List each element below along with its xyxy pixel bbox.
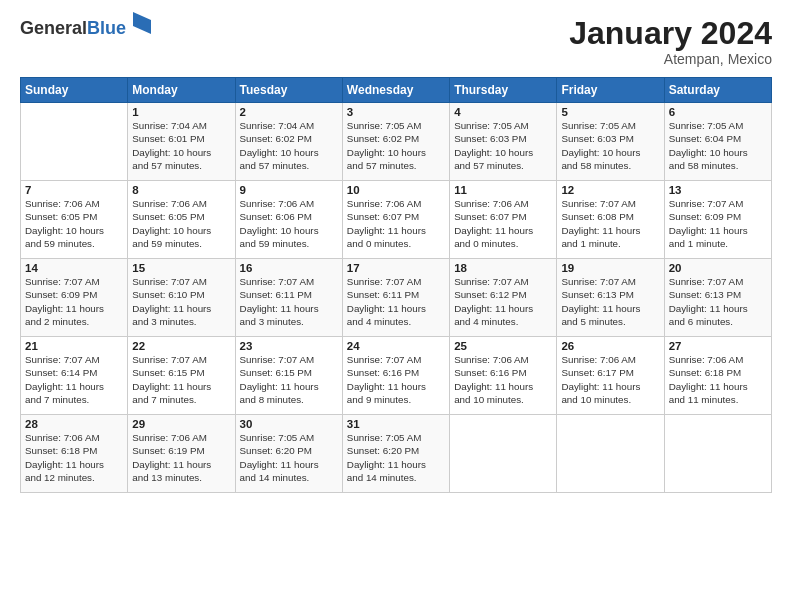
- day-info: Sunrise: 7:05 AMSunset: 6:03 PMDaylight:…: [454, 119, 552, 172]
- week-row-5: 28Sunrise: 7:06 AMSunset: 6:18 PMDayligh…: [21, 415, 772, 493]
- day-number: 21: [25, 340, 123, 352]
- day-info: Sunrise: 7:07 AMSunset: 6:13 PMDaylight:…: [561, 275, 659, 328]
- day-number: 2: [240, 106, 338, 118]
- logo: GeneralBlue: [20, 16, 151, 39]
- day-number: 3: [347, 106, 445, 118]
- day-number: 31: [347, 418, 445, 430]
- day-number: 13: [669, 184, 767, 196]
- day-info: Sunrise: 7:06 AMSunset: 6:07 PMDaylight:…: [454, 197, 552, 250]
- calendar-cell: 18Sunrise: 7:07 AMSunset: 6:12 PMDayligh…: [450, 259, 557, 337]
- day-info: Sunrise: 7:07 AMSunset: 6:13 PMDaylight:…: [669, 275, 767, 328]
- day-info: Sunrise: 7:07 AMSunset: 6:11 PMDaylight:…: [240, 275, 338, 328]
- svg-marker-0: [133, 12, 151, 34]
- weekday-saturday: Saturday: [664, 78, 771, 103]
- day-number: 23: [240, 340, 338, 352]
- calendar-cell: 7Sunrise: 7:06 AMSunset: 6:05 PMDaylight…: [21, 181, 128, 259]
- day-info: Sunrise: 7:04 AMSunset: 6:02 PMDaylight:…: [240, 119, 338, 172]
- calendar-cell: 26Sunrise: 7:06 AMSunset: 6:17 PMDayligh…: [557, 337, 664, 415]
- calendar-cell: 13Sunrise: 7:07 AMSunset: 6:09 PMDayligh…: [664, 181, 771, 259]
- day-number: 19: [561, 262, 659, 274]
- day-number: 20: [669, 262, 767, 274]
- calendar-cell: 31Sunrise: 7:05 AMSunset: 6:20 PMDayligh…: [342, 415, 449, 493]
- week-row-2: 7Sunrise: 7:06 AMSunset: 6:05 PMDaylight…: [21, 181, 772, 259]
- day-info: Sunrise: 7:07 AMSunset: 6:15 PMDaylight:…: [240, 353, 338, 406]
- day-number: 17: [347, 262, 445, 274]
- page: GeneralBlue January 2024 Atempan, Mexico…: [0, 0, 792, 612]
- day-number: 5: [561, 106, 659, 118]
- calendar-cell: 12Sunrise: 7:07 AMSunset: 6:08 PMDayligh…: [557, 181, 664, 259]
- day-number: 15: [132, 262, 230, 274]
- day-number: 29: [132, 418, 230, 430]
- calendar-cell: 3Sunrise: 7:05 AMSunset: 6:02 PMDaylight…: [342, 103, 449, 181]
- week-row-1: 1Sunrise: 7:04 AMSunset: 6:01 PMDaylight…: [21, 103, 772, 181]
- day-info: Sunrise: 7:06 AMSunset: 6:18 PMDaylight:…: [25, 431, 123, 484]
- calendar-cell: 21Sunrise: 7:07 AMSunset: 6:14 PMDayligh…: [21, 337, 128, 415]
- day-info: Sunrise: 7:05 AMSunset: 6:20 PMDaylight:…: [347, 431, 445, 484]
- day-info: Sunrise: 7:06 AMSunset: 6:17 PMDaylight:…: [561, 353, 659, 406]
- calendar-cell: 23Sunrise: 7:07 AMSunset: 6:15 PMDayligh…: [235, 337, 342, 415]
- logo-icon: [133, 12, 151, 34]
- day-number: 14: [25, 262, 123, 274]
- day-number: 18: [454, 262, 552, 274]
- day-info: Sunrise: 7:05 AMSunset: 6:20 PMDaylight:…: [240, 431, 338, 484]
- calendar-cell: 19Sunrise: 7:07 AMSunset: 6:13 PMDayligh…: [557, 259, 664, 337]
- day-info: Sunrise: 7:05 AMSunset: 6:04 PMDaylight:…: [669, 119, 767, 172]
- calendar-cell: 27Sunrise: 7:06 AMSunset: 6:18 PMDayligh…: [664, 337, 771, 415]
- weekday-thursday: Thursday: [450, 78, 557, 103]
- day-number: 9: [240, 184, 338, 196]
- day-info: Sunrise: 7:07 AMSunset: 6:10 PMDaylight:…: [132, 275, 230, 328]
- day-info: Sunrise: 7:07 AMSunset: 6:09 PMDaylight:…: [25, 275, 123, 328]
- calendar-cell: 6Sunrise: 7:05 AMSunset: 6:04 PMDaylight…: [664, 103, 771, 181]
- weekday-tuesday: Tuesday: [235, 78, 342, 103]
- day-info: Sunrise: 7:04 AMSunset: 6:01 PMDaylight:…: [132, 119, 230, 172]
- calendar-cell: 30Sunrise: 7:05 AMSunset: 6:20 PMDayligh…: [235, 415, 342, 493]
- day-info: Sunrise: 7:07 AMSunset: 6:16 PMDaylight:…: [347, 353, 445, 406]
- weekday-monday: Monday: [128, 78, 235, 103]
- day-number: 24: [347, 340, 445, 352]
- title-area: January 2024 Atempan, Mexico: [569, 16, 772, 67]
- day-number: 30: [240, 418, 338, 430]
- calendar-cell: 24Sunrise: 7:07 AMSunset: 6:16 PMDayligh…: [342, 337, 449, 415]
- week-row-4: 21Sunrise: 7:07 AMSunset: 6:14 PMDayligh…: [21, 337, 772, 415]
- day-number: 25: [454, 340, 552, 352]
- calendar-cell: 11Sunrise: 7:06 AMSunset: 6:07 PMDayligh…: [450, 181, 557, 259]
- day-info: Sunrise: 7:06 AMSunset: 6:07 PMDaylight:…: [347, 197, 445, 250]
- day-info: Sunrise: 7:06 AMSunset: 6:16 PMDaylight:…: [454, 353, 552, 406]
- calendar-cell: [664, 415, 771, 493]
- day-number: 28: [25, 418, 123, 430]
- calendar-cell: [450, 415, 557, 493]
- day-number: 27: [669, 340, 767, 352]
- weekday-header-row: SundayMondayTuesdayWednesdayThursdayFrid…: [21, 78, 772, 103]
- logo-general: General: [20, 18, 87, 38]
- weekday-friday: Friday: [557, 78, 664, 103]
- calendar-cell: 29Sunrise: 7:06 AMSunset: 6:19 PMDayligh…: [128, 415, 235, 493]
- day-info: Sunrise: 7:06 AMSunset: 6:06 PMDaylight:…: [240, 197, 338, 250]
- calendar-cell: 8Sunrise: 7:06 AMSunset: 6:05 PMDaylight…: [128, 181, 235, 259]
- calendar-table: SundayMondayTuesdayWednesdayThursdayFrid…: [20, 77, 772, 493]
- weekday-wednesday: Wednesday: [342, 78, 449, 103]
- day-info: Sunrise: 7:07 AMSunset: 6:15 PMDaylight:…: [132, 353, 230, 406]
- calendar-cell: 1Sunrise: 7:04 AMSunset: 6:01 PMDaylight…: [128, 103, 235, 181]
- calendar-cell: 15Sunrise: 7:07 AMSunset: 6:10 PMDayligh…: [128, 259, 235, 337]
- day-number: 26: [561, 340, 659, 352]
- calendar-cell: 9Sunrise: 7:06 AMSunset: 6:06 PMDaylight…: [235, 181, 342, 259]
- month-title: January 2024: [569, 16, 772, 51]
- day-number: 8: [132, 184, 230, 196]
- day-info: Sunrise: 7:07 AMSunset: 6:09 PMDaylight:…: [669, 197, 767, 250]
- calendar-cell: 17Sunrise: 7:07 AMSunset: 6:11 PMDayligh…: [342, 259, 449, 337]
- day-number: 22: [132, 340, 230, 352]
- calendar-cell: [557, 415, 664, 493]
- day-info: Sunrise: 7:05 AMSunset: 6:03 PMDaylight:…: [561, 119, 659, 172]
- calendar-cell: 2Sunrise: 7:04 AMSunset: 6:02 PMDaylight…: [235, 103, 342, 181]
- day-number: 16: [240, 262, 338, 274]
- calendar-cell: 25Sunrise: 7:06 AMSunset: 6:16 PMDayligh…: [450, 337, 557, 415]
- day-number: 12: [561, 184, 659, 196]
- location: Atempan, Mexico: [569, 51, 772, 67]
- calendar-cell: 5Sunrise: 7:05 AMSunset: 6:03 PMDaylight…: [557, 103, 664, 181]
- day-info: Sunrise: 7:07 AMSunset: 6:11 PMDaylight:…: [347, 275, 445, 328]
- calendar-cell: 14Sunrise: 7:07 AMSunset: 6:09 PMDayligh…: [21, 259, 128, 337]
- header: GeneralBlue January 2024 Atempan, Mexico: [20, 16, 772, 67]
- day-number: 7: [25, 184, 123, 196]
- calendar-cell: 22Sunrise: 7:07 AMSunset: 6:15 PMDayligh…: [128, 337, 235, 415]
- day-number: 1: [132, 106, 230, 118]
